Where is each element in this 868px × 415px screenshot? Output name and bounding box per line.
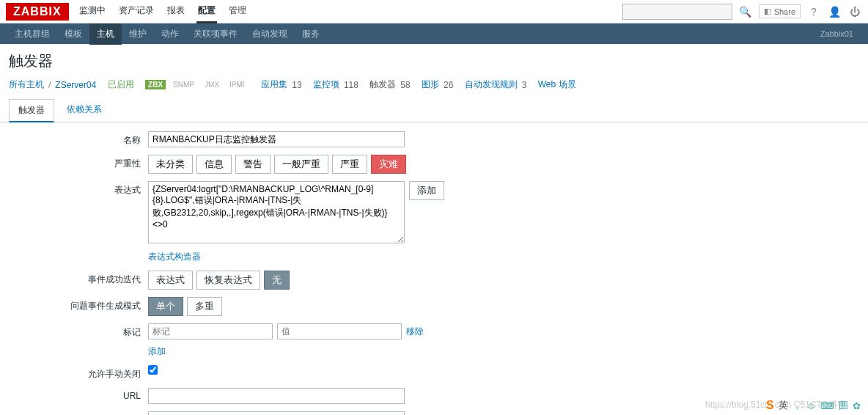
manual-close-label: 允许手动关闭 <box>9 365 148 381</box>
page-title: 触发器 <box>0 44 868 78</box>
problem-mode-multiple[interactable]: 多重 <box>187 297 222 316</box>
logout-icon[interactable]: ⏻ <box>847 4 862 19</box>
crumb-graphs[interactable]: 图形 <box>422 78 439 91</box>
tag-add-link[interactable]: 添加 <box>148 345 166 358</box>
crumb-all-hosts[interactable]: 所有主机 <box>9 78 44 91</box>
tags-label: 标记 <box>9 323 148 339</box>
ok-event-none[interactable]: 无 <box>264 271 290 290</box>
top-nav: 监测中 资产记录 报表 配置 管理 <box>78 0 248 23</box>
ime-punct-button[interactable]: ， <box>792 399 802 412</box>
triggers-count: 58 <box>400 80 410 90</box>
problem-mode-group: 单个 多重 <box>148 297 222 316</box>
subnav-actions[interactable]: 动作 <box>154 23 186 45</box>
sev-information[interactable]: 信息 <box>196 155 232 174</box>
expression-label: 表达式 <box>9 181 148 197</box>
subnav-maintenance[interactable]: 维护 <box>122 23 154 45</box>
problem-mode-label: 问题事件生成模式 <box>9 297 148 312</box>
proto-snmp: SNMP <box>170 80 197 89</box>
sev-disaster[interactable]: 灾难 <box>371 155 406 174</box>
tag-remove-link[interactable]: 移除 <box>406 326 424 338</box>
tab-dependencies[interactable]: 依赖关系 <box>57 98 111 122</box>
ime-toolbar: S 英 ， ☺ ⌨ 囲 ✿ <box>766 399 861 412</box>
manual-close-checkbox[interactable] <box>148 365 158 375</box>
proto-zbx: ZBX <box>145 80 166 89</box>
crumb-separator: / <box>48 80 51 90</box>
subnav-discovery[interactable]: 自动发现 <box>245 23 295 45</box>
server-name: Zabbix01 <box>820 29 861 38</box>
url-label: URL <box>9 388 148 401</box>
search-icon[interactable]: 🔍 <box>738 4 753 19</box>
ime-lang-button[interactable]: 英 <box>779 399 788 412</box>
ime-emoji-icon[interactable]: ☺ <box>806 400 816 411</box>
tag-value-input[interactable] <box>277 323 402 339</box>
sev-high[interactable]: 严重 <box>332 155 367 174</box>
problem-mode-single[interactable]: 单个 <box>148 297 183 316</box>
nav-monitoring[interactable]: 监测中 <box>78 0 107 23</box>
crumb-items[interactable]: 监控项 <box>313 78 339 91</box>
ime-keyboard-icon[interactable]: ⌨ <box>820 400 834 411</box>
crumb-discovery[interactable]: 自动发现规则 <box>465 78 518 91</box>
ime-grid-icon[interactable]: 囲 <box>839 399 848 412</box>
nav-inventory[interactable]: 资产记录 <box>117 0 155 23</box>
subnav-hosts[interactable]: 主机 <box>89 23 122 45</box>
tabs: 触发器 依赖关系 <box>0 98 868 122</box>
graphs-count: 26 <box>444 80 453 90</box>
discovery-count: 3 <box>522 80 527 90</box>
description-label: 描述 <box>9 411 148 415</box>
severity-label: 严重性 <box>9 155 148 170</box>
status-enabled: 已启用 <box>108 78 134 91</box>
top-bar: ZABBIX 监测中 资产记录 报表 配置 管理 🔍 ◧Share ? 👤 ⏻ <box>0 0 868 23</box>
expression-constructor-link[interactable]: 表达式构造器 <box>148 251 201 263</box>
user-icon[interactable]: 👤 <box>827 4 842 19</box>
crumb-apps[interactable]: 应用集 <box>261 78 287 91</box>
proto-ipmi: IPMI <box>227 80 248 89</box>
ok-event-label: 事件成功迭代 <box>9 271 148 286</box>
subnav-hostgroups[interactable]: 主机群组 <box>7 23 57 45</box>
sev-warning[interactable]: 警告 <box>235 155 271 174</box>
name-input[interactable] <box>148 131 405 147</box>
help-icon[interactable]: ? <box>806 4 821 19</box>
ok-event-recovery[interactable]: 恢复表达式 <box>196 271 260 290</box>
subnav-correlation[interactable]: 关联项事件 <box>186 23 245 45</box>
nav-configuration[interactable]: 配置 <box>196 0 217 23</box>
nav-administration[interactable]: 管理 <box>227 0 248 23</box>
search-input[interactable] <box>622 4 732 20</box>
nav-reports[interactable]: 报表 <box>166 0 186 23</box>
ime-tool-icon[interactable]: ✿ <box>853 400 861 411</box>
apps-count: 13 <box>292 80 301 90</box>
sev-not-classified[interactable]: 未分类 <box>148 155 193 174</box>
tag-name-input[interactable] <box>148 323 273 339</box>
share-button[interactable]: ◧Share <box>759 4 801 18</box>
trigger-form: 名称 严重性 未分类 信息 警告 一般严重 严重 灾难 表达式 {ZServer… <box>0 122 868 415</box>
expression-textarea[interactable]: {ZServer04:logrt["D:\RMANBACKUP_LOG\^RMA… <box>148 181 405 243</box>
top-right: 🔍 ◧Share ? 👤 ⏻ <box>622 4 862 20</box>
severity-group: 未分类 信息 警告 一般严重 严重 灾难 <box>148 155 406 174</box>
crumb-triggers-label: 触发器 <box>369 78 396 91</box>
tab-trigger[interactable]: 触发器 <box>9 99 54 122</box>
sogou-logo-icon[interactable]: S <box>766 399 774 412</box>
subnav-services[interactable]: 服务 <box>295 23 327 45</box>
description-textarea[interactable] <box>148 411 405 415</box>
crumb-web[interactable]: Web 场景 <box>538 78 576 91</box>
sub-nav: 主机群组 模板 主机 维护 动作 关联项事件 自动发现 服务 Zabbix01 <box>0 23 868 44</box>
subnav-templates[interactable]: 模板 <box>57 23 89 45</box>
items-count: 118 <box>344 80 358 90</box>
crumb-host[interactable]: ZServer04 <box>55 80 96 90</box>
logo: ZABBIX <box>6 3 69 21</box>
url-input[interactable] <box>148 388 405 404</box>
breadcrumb: 所有主机 / ZServer04 已启用 ZBX SNMP JMX IPMI 应… <box>0 78 868 98</box>
sev-average[interactable]: 一般严重 <box>274 155 328 174</box>
add-expression-button[interactable]: 添加 <box>409 181 444 200</box>
proto-jmx: JMX <box>202 80 222 89</box>
ok-event-group: 表达式 恢复表达式 无 <box>148 271 290 290</box>
name-label: 名称 <box>9 131 148 147</box>
ok-event-expression[interactable]: 表达式 <box>148 271 193 290</box>
